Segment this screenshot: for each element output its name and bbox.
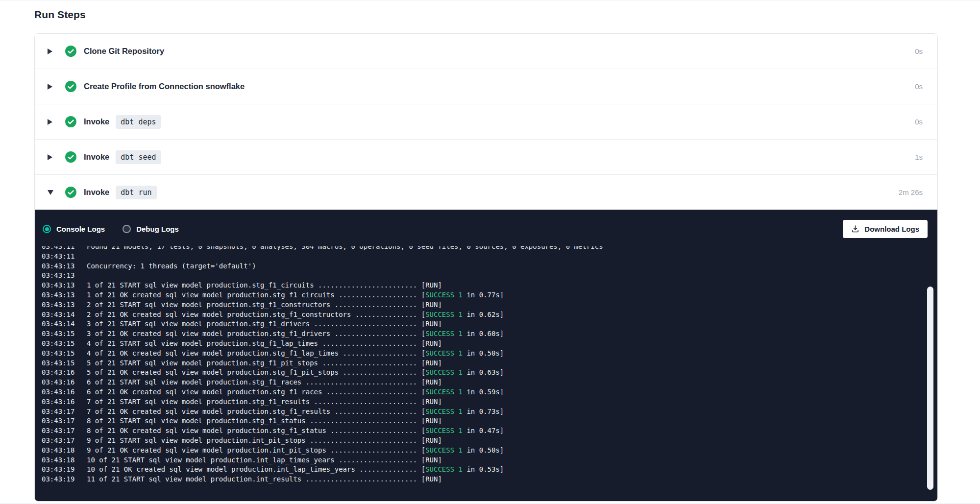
log-timestamp: 03:43:19 <box>42 475 87 484</box>
log-timestamp: 03:43:15 <box>42 359 87 368</box>
status-success-check-icon <box>65 187 76 198</box>
command-chip: dbt deps <box>116 115 161 129</box>
log-line: 03:43:143 of 21 START sql view model pro… <box>42 319 918 329</box>
step-label: Invoke <box>84 188 109 197</box>
status-success-check-icon <box>65 116 76 127</box>
log-line: 03:43:13Concurrency: 1 threads (target='… <box>42 262 918 271</box>
log-line: 03:43:166 of 21 OK created sql view mode… <box>42 387 918 397</box>
log-timestamp: 03:43:15 <box>42 339 87 349</box>
log-line: 03:43:1810 of 21 START sql view model pr… <box>42 456 918 465</box>
step-label: Invoke <box>84 152 109 162</box>
radio-selected-icon[interactable] <box>43 225 51 233</box>
log-line: 03:43:189 of 21 OK created sql view mode… <box>42 446 918 456</box>
run-step: Invokedbt seed1s <box>35 139 937 174</box>
command-chip: dbt run <box>116 186 156 199</box>
log-success-token: SUCCESS 1 <box>425 349 463 357</box>
log-line: 03:43:154 of 21 OK created sql view mode… <box>42 349 918 359</box>
log-message: 4 of 21 OK created sql view model produc… <box>87 349 504 359</box>
console-log-output[interactable]: 03:43:11Found 21 models, 17 tests, 0 sna… <box>35 246 937 501</box>
log-line: 03:43:154 of 21 START sql view model pro… <box>42 339 918 349</box>
log-line: 03:43:13 <box>42 271 918 281</box>
step-row-1[interactable]: Clone Git Repository0s <box>35 34 937 69</box>
chevron-right-icon[interactable] <box>48 84 54 90</box>
step-row-2[interactable]: Create Profile from Connection snowflake… <box>35 69 937 104</box>
step-label: Invoke <box>84 117 109 126</box>
log-timestamp: 03:43:16 <box>42 368 87 378</box>
log-message: 11 of 21 START sql view model production… <box>87 475 442 484</box>
status-success-check-icon <box>65 46 76 57</box>
download-logs-button[interactable]: Download Logs <box>843 220 928 238</box>
log-timestamp: 03:43:17 <box>42 416 87 426</box>
log-line: 03:43:166 of 21 START sql view model pro… <box>42 378 918 387</box>
log-message: 8 of 21 OK created sql view model produc… <box>87 426 504 436</box>
log-message: 6 of 21 OK created sql view model produc… <box>87 387 504 397</box>
run-step: Invokedbt run2m 26s Console LogsDebug Lo… <box>35 174 937 501</box>
log-timestamp: 03:43:13 <box>42 262 87 271</box>
radio-unselected-icon[interactable] <box>122 225 131 233</box>
download-icon <box>851 225 859 233</box>
step-duration: 1s <box>915 153 923 161</box>
step-row-3[interactable]: Invokedbt deps0s <box>35 104 937 139</box>
log-message: 7 of 21 OK created sql view model produc… <box>87 407 504 417</box>
log-message: 5 of 21 START sql view model production.… <box>87 359 442 368</box>
log-message: 10 of 21 START sql view model production… <box>87 456 442 465</box>
step-row-4[interactable]: Invokedbt seed1s <box>35 139 937 174</box>
log-success-token: SUCCESS 1 <box>425 465 463 473</box>
log-timestamp: 03:43:18 <box>42 446 87 456</box>
log-timestamp: 03:43:17 <box>42 436 87 446</box>
log-message: 9 of 21 START sql view model production.… <box>87 436 442 446</box>
log-timestamp: 03:43:14 <box>42 310 87 320</box>
status-success-check-icon <box>65 151 76 163</box>
log-success-token: SUCCESS 1 <box>425 330 463 337</box>
chevron-right-icon[interactable] <box>48 119 54 125</box>
log-message: 3 of 21 START sql view model production.… <box>87 319 442 329</box>
log-message: 2 of 21 START sql view model production.… <box>87 300 442 310</box>
log-timestamp: 03:43:13 <box>42 290 87 300</box>
chevron-down-icon[interactable] <box>48 190 54 195</box>
chevron-right-icon[interactable] <box>48 48 54 54</box>
log-timestamp: 03:43:18 <box>42 456 87 465</box>
log-message: 8 of 21 START sql view model production.… <box>87 416 442 426</box>
log-message: 10 of 21 OK created sql view model produ… <box>87 465 504 475</box>
log-timestamp: 03:43:13 <box>42 300 87 310</box>
log-timestamp: 03:43:17 <box>42 407 87 417</box>
log-tab-label: Debug Logs <box>136 225 179 233</box>
log-tab-console-logs[interactable]: Console Logs <box>43 225 105 233</box>
log-line: 03:43:155 of 21 START sql view model pro… <box>42 359 918 368</box>
log-line: 03:43:142 of 21 OK created sql view mode… <box>42 310 918 320</box>
run-step: Clone Git Repository0s <box>35 34 937 69</box>
console-scrollbar-thumb[interactable] <box>927 287 933 490</box>
log-timestamp: 03:43:17 <box>42 426 87 436</box>
log-success-token: SUCCESS 1 <box>425 427 463 434</box>
download-logs-label: Download Logs <box>864 225 919 233</box>
chevron-right-icon[interactable] <box>48 154 54 160</box>
log-line: 03:43:165 of 21 OK created sql view mode… <box>42 368 918 378</box>
log-timestamp: 03:43:13 <box>42 271 87 281</box>
log-tab-debug-logs[interactable]: Debug Logs <box>122 225 179 233</box>
log-line: 03:43:153 of 21 OK created sql view mode… <box>42 329 918 339</box>
log-line: 03:43:179 of 21 START sql view model pro… <box>42 436 918 446</box>
run-steps-list: Clone Git Repository0sCreate Profile fro… <box>35 34 937 501</box>
log-type-tabs: Console LogsDebug Logs <box>43 225 179 233</box>
step-label: Create Profile from Connection snowflake <box>84 82 245 91</box>
log-success-token: SUCCESS 1 <box>425 446 463 454</box>
step-duration: 0s <box>915 82 923 91</box>
step-duration: 0s <box>915 47 923 55</box>
step-label: Clone Git Repository <box>84 47 164 56</box>
log-timestamp: 03:43:16 <box>42 387 87 397</box>
log-timestamp: 03:43:16 <box>42 397 87 407</box>
log-success-token: SUCCESS 1 <box>425 311 463 318</box>
page-title: Run Steps <box>34 9 938 21</box>
log-timestamp: 03:43:11 <box>42 246 87 252</box>
log-lines: 03:43:11Found 21 models, 17 tests, 0 sna… <box>42 246 918 484</box>
log-message: 1 of 21 START sql view model production.… <box>87 281 442 290</box>
log-line: 03:43:11 <box>42 252 918 262</box>
step-row-5[interactable]: Invokedbt run2m 26s <box>35 174 937 210</box>
console-header: Console LogsDebug Logs Download Logs <box>35 210 937 246</box>
log-success-token: SUCCESS 1 <box>425 388 463 396</box>
log-message: 6 of 21 START sql view model production.… <box>87 378 442 387</box>
log-line: 03:43:177 of 21 OK created sql view mode… <box>42 407 918 417</box>
log-line: 03:43:178 of 21 OK created sql view mode… <box>42 426 918 436</box>
log-line: 03:43:1911 of 21 START sql view model pr… <box>42 475 918 484</box>
log-timestamp: 03:43:15 <box>42 349 87 359</box>
